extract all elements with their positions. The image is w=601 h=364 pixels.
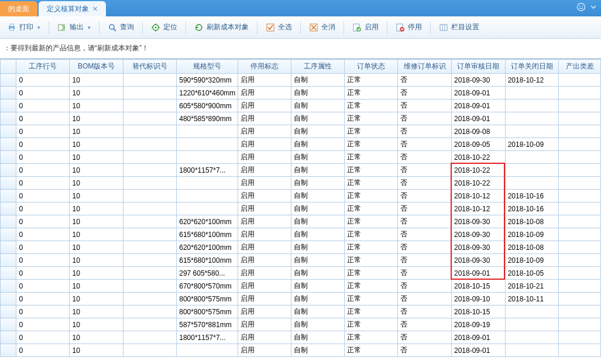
cell[interactable]: 正常 <box>345 318 398 331</box>
enable-button[interactable]: 启用 <box>348 20 383 35</box>
cell[interactable]: 2018-10-15 <box>452 305 506 318</box>
cell[interactable]: 正常 <box>345 280 398 293</box>
cell[interactable]: 否 <box>398 99 452 112</box>
cell[interactable]: 2018-10-15 <box>452 280 506 293</box>
table-row[interactable]: 010启用自制正常否2018-09-052018-10-09 <box>1 138 601 151</box>
cell[interactable] <box>123 74 176 87</box>
cell[interactable] <box>123 138 176 151</box>
cell[interactable]: 启用 <box>238 241 291 254</box>
cell[interactable] <box>123 215 176 228</box>
cell[interactable] <box>559 318 601 331</box>
cell[interactable]: 1220*610*460mm <box>177 87 238 99</box>
cell[interactable]: 2018-10-05 <box>505 267 559 280</box>
cell[interactable]: 自制 <box>291 74 345 87</box>
cell[interactable]: 2018-09-19 <box>452 318 506 331</box>
cell[interactable]: 10 <box>70 151 123 164</box>
cell[interactable] <box>505 318 559 331</box>
cell[interactable] <box>123 190 176 202</box>
table-row[interactable]: 010590*590*320mm启用自制正常否2018-09-302018-10… <box>1 74 601 87</box>
cell[interactable]: 0 <box>16 177 70 190</box>
row-selector[interactable] <box>1 112 16 125</box>
cell[interactable]: 否 <box>398 241 452 254</box>
cell[interactable]: 615*680*100mm <box>177 228 238 241</box>
cell[interactable] <box>559 280 601 293</box>
cell[interactable]: 自制 <box>291 254 345 267</box>
cell[interactable] <box>505 177 559 190</box>
column-header[interactable]: BOM版本号 <box>70 60 123 74</box>
cell[interactable]: 2018-10-21 <box>505 280 559 293</box>
row-selector[interactable] <box>1 331 16 344</box>
cell[interactable]: 10 <box>70 74 123 87</box>
cell[interactable]: 正常 <box>345 254 398 267</box>
cell[interactable]: 自制 <box>291 241 345 254</box>
cell[interactable]: 10 <box>70 305 123 318</box>
cell[interactable]: 否 <box>398 164 452 177</box>
cell[interactable]: 正常 <box>345 164 398 177</box>
table-row[interactable]: 010605*580*900mm启用自制正常否2018-09-01 <box>1 99 601 112</box>
cell[interactable]: 2018-09-01 <box>452 267 506 280</box>
cell[interactable] <box>559 99 601 112</box>
column-header[interactable]: 停用标志 <box>238 60 291 74</box>
row-selector[interactable] <box>1 215 16 228</box>
cell[interactable] <box>559 138 601 151</box>
cell[interactable]: 0 <box>16 190 70 202</box>
cell[interactable]: 10 <box>70 267 123 280</box>
cell[interactable]: 自制 <box>291 280 345 293</box>
chevron-down-icon[interactable] <box>590 4 596 10</box>
cell[interactable] <box>123 267 176 280</box>
cell[interactable]: 正常 <box>345 215 398 228</box>
cell[interactable]: 10 <box>70 228 123 241</box>
cell[interactable]: 2018-09-05 <box>452 138 506 151</box>
cell[interactable]: 启用 <box>238 293 291 305</box>
cell[interactable]: 2018-09-01 <box>452 344 506 357</box>
row-selector[interactable] <box>1 151 16 164</box>
cell[interactable] <box>123 202 176 215</box>
cell[interactable]: 2018-10-12 <box>452 202 506 215</box>
row-selector[interactable] <box>1 74 16 87</box>
cell[interactable] <box>505 125 559 138</box>
export-button[interactable]: 输出▾ <box>53 20 95 35</box>
cell[interactable] <box>559 293 601 305</box>
cell[interactable] <box>505 87 559 99</box>
cell[interactable]: 启用 <box>238 125 291 138</box>
cell[interactable]: 0 <box>16 164 70 177</box>
cell[interactable] <box>177 202 238 215</box>
cell[interactable] <box>559 202 601 215</box>
cell[interactable]: 0 <box>16 87 70 99</box>
cell[interactable]: 10 <box>70 99 123 112</box>
cell[interactable]: 正常 <box>345 99 398 112</box>
cell[interactable]: 2018-09-30 <box>452 254 506 267</box>
cell[interactable]: 否 <box>398 305 452 318</box>
cell[interactable] <box>123 177 176 190</box>
cell[interactable]: 正常 <box>345 151 398 164</box>
cell[interactable] <box>123 318 176 331</box>
cell[interactable]: 启用 <box>238 138 291 151</box>
column-header[interactable]: 替代标识号 <box>123 60 176 74</box>
row-selector[interactable] <box>1 87 16 99</box>
cell[interactable]: 正常 <box>345 241 398 254</box>
cell[interactable]: 自制 <box>291 293 345 305</box>
cell[interactable]: 启用 <box>238 87 291 99</box>
table-row[interactable]: 010800*800*575mm启用自制正常否2018-09-102018-10… <box>1 293 601 305</box>
cell[interactable]: 620*620*100mm <box>177 241 238 254</box>
cell[interactable]: 620*620*100mm <box>177 215 238 228</box>
cell[interactable]: 2018-09-08 <box>452 125 506 138</box>
row-selector[interactable] <box>1 344 16 357</box>
table-row[interactable]: 010615*680*100mm启用自制正常否2018-09-302018-10… <box>1 254 601 267</box>
cell[interactable]: 自制 <box>291 215 345 228</box>
cell[interactable]: 0 <box>16 254 70 267</box>
smiley-icon[interactable] <box>576 2 586 12</box>
cell[interactable]: 2018-09-30 <box>452 241 506 254</box>
cell[interactable]: 自制 <box>291 112 345 125</box>
cell[interactable]: 0 <box>16 267 70 280</box>
cell[interactable]: 0 <box>16 318 70 331</box>
column-header[interactable]: 工序行号 <box>16 60 70 74</box>
cell[interactable]: 800*800*575mm <box>177 293 238 305</box>
cell[interactable]: 自制 <box>291 228 345 241</box>
cell[interactable]: 10 <box>70 344 123 357</box>
column-header[interactable]: 订单审核日期 <box>452 60 506 74</box>
cell[interactable]: 0 <box>16 344 70 357</box>
column-header[interactable]: 维修订单标识 <box>398 60 452 74</box>
cell[interactable]: 0 <box>16 305 70 318</box>
cell[interactable]: 正常 <box>345 177 398 190</box>
